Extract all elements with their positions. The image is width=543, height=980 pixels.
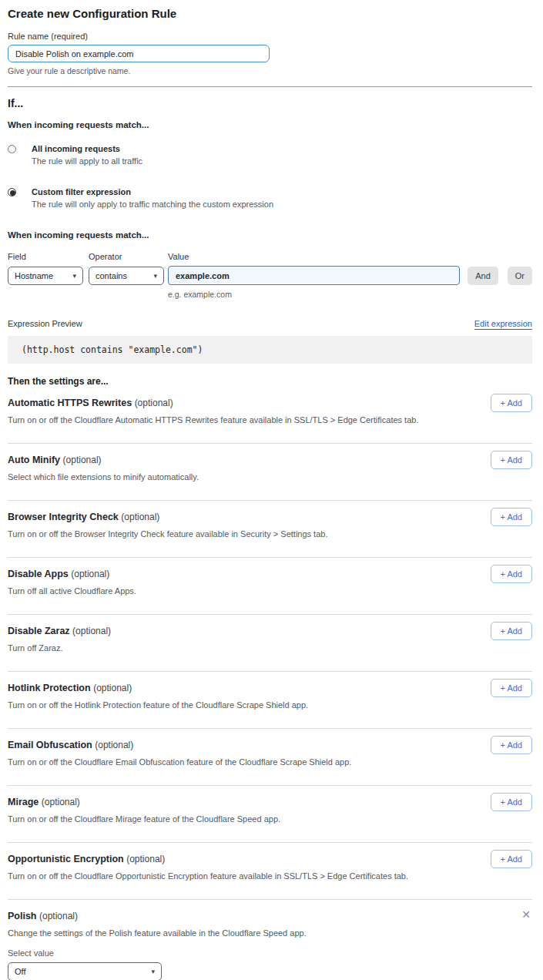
setting-name: Hotlink Protection (8, 683, 91, 693)
setting-optional: (optional) (63, 455, 102, 465)
rule-name-input[interactable] (8, 45, 270, 62)
radio-label: Custom filter expression (32, 187, 273, 196)
chevron-down-icon: ▾ (72, 272, 76, 280)
setting-auto-minify: Auto Minify (optional) Select which file… (8, 444, 532, 501)
setting-browser-integrity-check: Browser Integrity Check (optional) Turn … (8, 501, 532, 558)
setting-description: Turn on or off the Browser Integrity Che… (8, 529, 439, 539)
field-label: Field (8, 252, 89, 261)
setting-description: Turn off all active Cloudflare Apps. (8, 586, 439, 596)
rule-name-helper: Give your rule a descriptive name. (8, 66, 532, 76)
configuration-rule-form: Create new Configuration Rule Rule name … (0, 0, 543, 980)
setting-optional: (optional) (126, 854, 165, 864)
field-select[interactable]: Hostname ▾ (8, 267, 83, 285)
setting-name: Browser Integrity Check (8, 512, 119, 522)
polish-value-select[interactable]: Off ▾ (8, 962, 162, 980)
chevron-down-icon: ▾ (151, 968, 155, 975)
and-button[interactable]: And (468, 267, 498, 285)
setting-description: Turn on or off the Hotlink Protection fe… (8, 700, 439, 710)
radio-unselected-icon[interactable] (8, 145, 16, 153)
expression-builder-heading: When incoming requests match... (8, 230, 532, 240)
setting-description: Turn on or off the Cloudflare Email Obfu… (8, 757, 439, 767)
page-title: Create new Configuration Rule (8, 7, 532, 20)
expression-preview-label: Expression Preview (8, 319, 82, 328)
setting-name: Disable Apps (8, 569, 69, 579)
add-button[interactable]: + Add (491, 394, 532, 412)
edit-expression-link[interactable]: Edit expression (474, 319, 532, 330)
setting-optional: (optional) (42, 797, 80, 807)
radio-description: The rule will apply to all traffic (32, 156, 142, 166)
radio-custom-filter-expression[interactable]: Custom filter expression The rule will o… (8, 187, 532, 209)
setting-mirage: Mirage (optional) Turn on or off the Clo… (8, 786, 532, 843)
if-heading: If... (8, 97, 532, 109)
divider (8, 86, 532, 87)
add-button[interactable]: + Add (491, 451, 532, 469)
setting-optional: (optional) (39, 911, 78, 921)
select-value-label: Select value (8, 948, 532, 958)
setting-opportunistic-encryption: Opportunistic Encryption (optional) Turn… (8, 843, 532, 900)
add-button[interactable]: + Add (491, 679, 532, 697)
operator-select-value: contains (96, 271, 127, 280)
field-select-value: Hostname (15, 271, 53, 280)
rule-name-group: Rule name (required) Give your rule a de… (8, 32, 532, 76)
setting-optional: (optional) (72, 626, 111, 636)
add-button[interactable]: + Add (491, 508, 532, 526)
add-button[interactable]: + Add (491, 622, 532, 640)
setting-email-obfuscation: Email Obfuscation (optional) Turn on or … (8, 729, 532, 786)
add-button[interactable]: + Add (491, 736, 532, 754)
setting-description: Change the settings of the Polish featur… (8, 928, 439, 938)
radio-label: All incoming requests (32, 144, 142, 153)
setting-optional: (optional) (95, 740, 133, 750)
setting-optional: (optional) (135, 398, 173, 408)
polish-select-value: Off (15, 967, 25, 976)
setting-name: Disable Zaraz (8, 626, 70, 636)
setting-name: Mirage (8, 797, 39, 807)
radio-all-incoming-requests[interactable]: All incoming requests The rule will appl… (8, 144, 532, 166)
expression-builder-row: Hostname ▾ contains ▾ And Or (8, 266, 532, 285)
or-button[interactable]: Or (508, 267, 532, 285)
setting-description: Turn on or off the Cloudflare Automatic … (8, 415, 439, 425)
value-label: Value (168, 252, 189, 261)
close-icon[interactable]: ✕ (521, 909, 531, 920)
setting-automatic-https-rewrites: Automatic HTTPS Rewrites (optional) Turn… (8, 387, 532, 444)
radio-selected-icon[interactable] (8, 188, 16, 196)
setting-description: Turn off Zaraz. (8, 643, 439, 653)
chevron-down-icon: ▾ (153, 272, 157, 280)
setting-optional: (optional) (93, 683, 132, 693)
setting-disable-zaraz: Disable Zaraz (optional) Turn off Zaraz.… (8, 615, 532, 672)
setting-optional: (optional) (121, 512, 159, 522)
setting-name: Automatic HTTPS Rewrites (8, 398, 132, 408)
setting-description: Turn on or off the Cloudflare Opportunis… (8, 871, 439, 881)
setting-name: Auto Minify (8, 455, 60, 465)
expression-preview-code: (http.host contains "example.com") (8, 336, 532, 364)
setting-name: Polish (8, 911, 37, 921)
setting-description: Turn on or off the Cloudflare Mirage fea… (8, 814, 439, 824)
setting-name: Opportunistic Encryption (8, 854, 124, 864)
then-settings-heading: Then the settings are... (8, 376, 532, 387)
add-button[interactable]: + Add (491, 565, 532, 583)
add-button[interactable]: + Add (491, 793, 532, 811)
setting-name: Email Obfuscation (8, 740, 92, 750)
value-input[interactable] (168, 266, 460, 285)
value-helper: e.g. example.com (168, 290, 532, 299)
setting-description: Select which file extensions to minify a… (8, 472, 439, 482)
rule-name-label: Rule name (required) (8, 32, 532, 41)
match-label: When incoming requests match... (8, 120, 532, 129)
setting-polish: Polish (optional) ✕ Change the settings … (8, 900, 532, 980)
match-options: All incoming requests The rule will appl… (8, 144, 532, 209)
setting-hotlink-protection: Hotlink Protection (optional) Turn on or… (8, 672, 532, 729)
operator-select[interactable]: contains ▾ (89, 267, 164, 285)
radio-description: The rule will only apply to traffic matc… (32, 200, 273, 209)
setting-disable-apps: Disable Apps (optional) Turn off all act… (8, 558, 532, 615)
setting-optional: (optional) (71, 569, 109, 579)
add-button[interactable]: + Add (491, 850, 532, 868)
operator-label: Operator (89, 252, 168, 261)
